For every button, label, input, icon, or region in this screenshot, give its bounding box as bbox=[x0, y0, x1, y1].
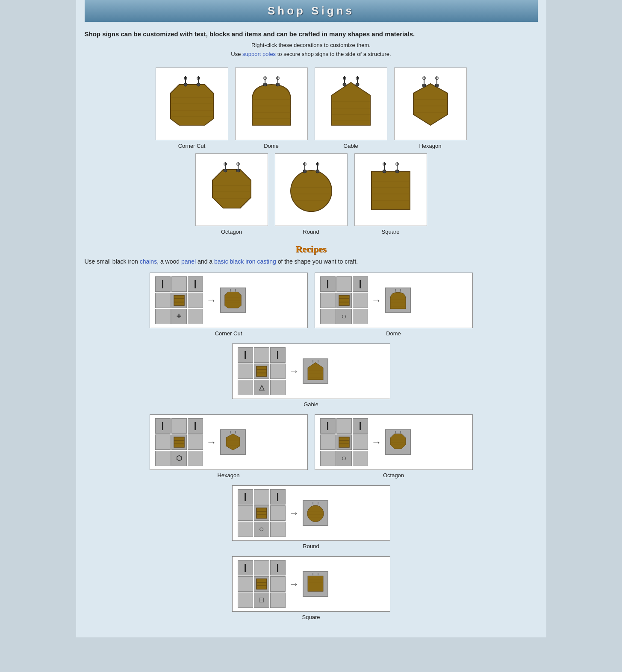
crafting-grid-square: | | □ bbox=[238, 560, 286, 608]
recipes-sub-pre: Use small black iron bbox=[85, 258, 140, 265]
recipe-box-octagon: | | ○ → bbox=[315, 414, 473, 470]
dome-cell-2-3 bbox=[353, 293, 368, 308]
oct-cell-2-3 bbox=[353, 434, 368, 450]
chains-link[interactable]: chains bbox=[140, 258, 157, 265]
dome-cell-3-3 bbox=[353, 309, 368, 324]
recipes-sub-mid1: , a wood bbox=[157, 258, 181, 265]
sign-box-dome bbox=[235, 67, 308, 140]
sign-box-corner-cut bbox=[156, 67, 228, 140]
svg-rect-126 bbox=[256, 579, 267, 589]
sq-cell-3-2-casting: □ bbox=[254, 593, 269, 608]
recipe-box-square: | | □ → bbox=[232, 556, 390, 612]
hex-cell-1-1: | bbox=[155, 418, 171, 434]
crafting-grid-hexagon: | | ⬡ bbox=[155, 418, 203, 466]
recipe-arrow-gable: → bbox=[289, 365, 299, 377]
sign-label-hexagon: Hexagon bbox=[419, 143, 441, 149]
sign-label-round: Round bbox=[303, 229, 319, 235]
hex-cell-1-2 bbox=[171, 418, 187, 434]
recipe-item-hexagon: | | ⬡ → bbox=[150, 414, 308, 478]
support-poles-link[interactable]: support poles bbox=[242, 51, 276, 57]
recipe-item-octagon: | | ○ → bbox=[315, 414, 473, 478]
result-box-corner-cut bbox=[220, 288, 246, 313]
recipe-label-gable: Gable bbox=[304, 401, 318, 408]
hex-cell-2-1 bbox=[155, 434, 171, 450]
svg-point-9 bbox=[184, 83, 187, 86]
oct-cell-1-3: | bbox=[353, 418, 368, 434]
octagon-sign-svg bbox=[206, 162, 257, 217]
recipe-item-round: | | ○ → bbox=[232, 485, 390, 549]
svg-marker-25 bbox=[332, 82, 370, 125]
sq-cell-1-2 bbox=[254, 560, 269, 575]
cell-3-3 bbox=[188, 309, 203, 324]
svg-marker-78 bbox=[224, 292, 241, 308]
round-cell-3-2-casting: ○ bbox=[254, 522, 269, 537]
crafting-grid-round: | | ○ bbox=[238, 489, 286, 537]
recipe-label-hexagon: Hexagon bbox=[217, 472, 239, 478]
sign-label-dome: Dome bbox=[264, 143, 279, 149]
gable-cell-3-3 bbox=[270, 380, 286, 395]
signs-display-grid-row2: Octagon Round bbox=[85, 153, 538, 235]
result-box-round bbox=[303, 500, 328, 526]
sign-box-hexagon bbox=[394, 67, 467, 140]
svg-marker-36 bbox=[413, 84, 448, 125]
svg-rect-66 bbox=[371, 171, 410, 210]
recipes-grid-row3: | | □ → bbox=[85, 556, 538, 620]
svg-point-31 bbox=[356, 83, 359, 86]
hexagon-sign-svg bbox=[405, 76, 456, 132]
round-cell-1-3: | bbox=[270, 489, 286, 505]
dome-cell-3-2-casting: ○ bbox=[336, 309, 352, 324]
svg-point-30 bbox=[343, 83, 346, 86]
svg-rect-73 bbox=[174, 295, 184, 305]
sign-label-gable: Gable bbox=[343, 143, 358, 149]
result-box-square bbox=[303, 571, 328, 597]
oct-cell-2-1 bbox=[320, 434, 336, 450]
round-cell-1-2 bbox=[254, 489, 269, 505]
gable-cell-1-2 bbox=[254, 347, 269, 363]
cell-2-2-panel bbox=[171, 293, 187, 308]
intro-line1: Right-click these decorations to customi… bbox=[251, 42, 371, 48]
gable-cell-3-1 bbox=[238, 380, 253, 395]
square-sign-svg bbox=[365, 162, 416, 217]
recipes-sub-mid2: and a bbox=[196, 258, 214, 265]
round-cell-1-1: | bbox=[238, 489, 253, 505]
result-box-dome bbox=[385, 288, 411, 313]
round-cell-3-3 bbox=[270, 522, 286, 537]
panel-link[interactable]: panel bbox=[181, 258, 196, 265]
sq-cell-1-1: | bbox=[238, 560, 253, 575]
svg-point-60 bbox=[303, 170, 307, 173]
svg-rect-90 bbox=[256, 366, 267, 376]
casting-link[interactable]: basic black iron casting bbox=[214, 258, 276, 265]
cell-1-2 bbox=[171, 276, 187, 292]
gable-sign-svg bbox=[325, 76, 377, 132]
crafting-grid-corner-cut: | | + bbox=[155, 276, 203, 324]
recipe-arrow-corner-cut: → bbox=[206, 294, 217, 306]
svg-point-72 bbox=[395, 170, 399, 173]
sign-label-square: Square bbox=[382, 229, 400, 235]
cell-1-1: | bbox=[155, 276, 171, 292]
title-bar: Shop Signs bbox=[85, 0, 538, 22]
recipe-item-dome: | | ○ → bbox=[315, 273, 473, 337]
sq-cell-2-3 bbox=[270, 576, 286, 592]
svg-point-19 bbox=[263, 83, 267, 86]
round-cell-2-2-panel bbox=[254, 505, 269, 521]
hex-cell-3-3 bbox=[188, 451, 203, 466]
svg-rect-82 bbox=[339, 295, 349, 305]
oct-cell-1-2 bbox=[336, 418, 352, 434]
sign-box-gable bbox=[315, 67, 387, 140]
sign-item-hexagon: Hexagon bbox=[394, 67, 467, 149]
page-title: Shop Signs bbox=[93, 4, 529, 18]
sign-item-round: Round bbox=[275, 153, 348, 235]
svg-point-51 bbox=[236, 169, 240, 172]
page-wrapper: Shop Signs Shop signs can be customized … bbox=[76, 0, 546, 637]
gable-cell-2-3 bbox=[270, 364, 286, 379]
recipe-box-gable: | | △ → bbox=[232, 343, 390, 399]
svg-marker-46 bbox=[212, 170, 251, 208]
oct-cell-2-2-panel bbox=[336, 434, 352, 450]
crafting-grid-gable: | | △ bbox=[238, 347, 286, 395]
svg-point-61 bbox=[316, 170, 319, 173]
oct-cell-3-3 bbox=[353, 451, 368, 466]
cell-3-2-casting: + bbox=[171, 309, 187, 324]
gable-cell-3-2-casting: △ bbox=[254, 380, 269, 395]
round-sign-svg bbox=[286, 162, 337, 217]
dome-cell-2-2-panel bbox=[336, 293, 352, 308]
